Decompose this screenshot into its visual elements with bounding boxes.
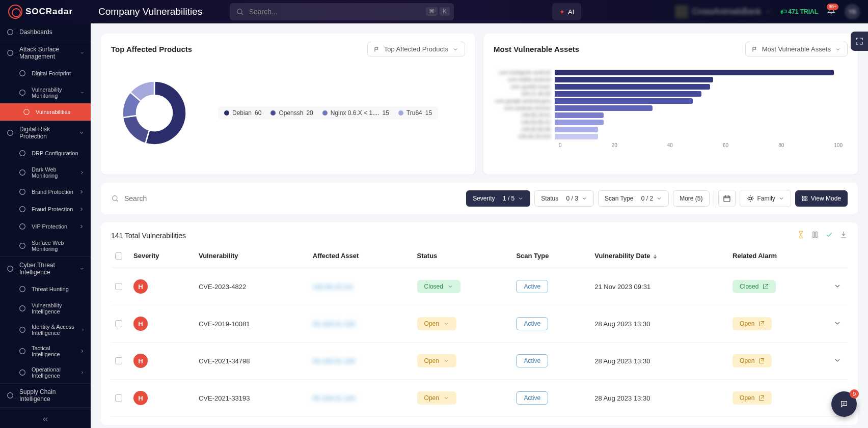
target-icon (6, 49, 14, 57)
sidebar-item-vulnerabilities[interactable]: Vulnerabilities (0, 103, 91, 121)
user-icon (18, 222, 26, 231)
row-checkbox[interactable] (115, 394, 122, 402)
sidebar-item-attack-surface-management[interactable]: Attack Surface Management (0, 41, 91, 65)
cve-cell[interactable]: CVE-2023-4822 (195, 268, 309, 305)
column-header[interactable]: Status (413, 244, 512, 268)
date-button[interactable] (718, 190, 736, 207)
column-header[interactable]: Affected Asset (309, 244, 413, 268)
alarm-pill[interactable]: Closed (733, 280, 776, 293)
asset-cell[interactable]: 05.100.01.100 (313, 357, 355, 365)
column-header[interactable]: Related Alarm (728, 244, 829, 268)
scantype-filter[interactable]: Scan Type 0 / 2 (598, 190, 669, 207)
expand-row-button[interactable] (833, 284, 842, 292)
status-pill[interactable]: Open (417, 317, 456, 330)
column-header[interactable]: Vulnerability (195, 244, 309, 268)
top-products-dropdown[interactable]: Top Affected Products (367, 42, 465, 56)
severity-filter[interactable]: Severity 1 / 5 (466, 190, 530, 207)
sidebar-item-vip-protection[interactable]: VIP Protection (0, 218, 91, 235)
sidebar-item-digital-risk-protection[interactable]: Digital Risk Protection (0, 121, 91, 145)
header-right: CrossAnimalsBank 🏷 471 TRIAL 99+ YB (675, 4, 860, 19)
donut-chart (116, 75, 193, 151)
column-header[interactable]: Vulnerability Date (590, 244, 728, 268)
ai-button[interactable]: ✦AI (552, 3, 581, 20)
sidebar-item-supply-chain-intelligence[interactable]: Supply Chain Intelligence (0, 383, 91, 407)
table-row: HCVE-2021-3479805.100.01.100Open Active2… (111, 343, 848, 380)
chevron-right-icon (79, 169, 85, 176)
sidebar-item-tactical-intelligence[interactable]: Tactical Intelligence (0, 340, 91, 362)
chevron-down-icon (79, 266, 85, 272)
pause-icon[interactable] (811, 231, 819, 241)
svg-point-13 (8, 266, 13, 272)
svg-point-17 (20, 349, 25, 354)
gear-icon (18, 149, 26, 157)
user-avatar[interactable]: YB (845, 4, 860, 19)
chevron-right-icon (81, 327, 85, 333)
sidebar-item-cyber-threat-intelligence[interactable]: Cyber Threat Intelligence (0, 256, 91, 280)
status-pill[interactable]: Open (417, 391, 456, 405)
asset-cell[interactable]: 05.100.01.100 (313, 320, 355, 328)
select-all-checkbox[interactable] (115, 252, 122, 260)
sidebar-item-identity-access-intelligence[interactable]: Identity & Access Intelligence (0, 319, 91, 340)
alarm-pill[interactable]: Open (733, 391, 772, 405)
row-checkbox[interactable] (115, 357, 122, 364)
svg-rect-27 (802, 199, 804, 201)
family-filter[interactable]: Family (740, 190, 791, 207)
column-header[interactable]: Scan Type (512, 244, 590, 268)
cve-cell[interactable]: CVE-2021-34798 (195, 343, 309, 380)
org-selector[interactable]: CrossAnimalsBank (675, 5, 771, 18)
download-icon[interactable] (839, 231, 848, 241)
external-link-icon (758, 395, 765, 401)
date-cell: 28 Aug 2023 13:30 (590, 380, 728, 417)
svg-point-9 (20, 189, 25, 195)
search-shortcut: ⌘ K (426, 7, 449, 16)
global-search-input[interactable] (230, 3, 454, 20)
pending-icon[interactable] (797, 231, 805, 241)
row-checkbox[interactable] (115, 320, 122, 327)
table-row: HCVE-2023-4822192.80.20.2mClosed Active2… (111, 268, 848, 305)
legend-item: Openssh 20 (270, 109, 313, 117)
status-pill[interactable]: Open (417, 354, 456, 367)
date-cell: 28 Aug 2023 13:30 (590, 343, 728, 380)
sidebar-item-operational-intelligence[interactable]: Operational Intelligence (0, 362, 91, 383)
sidebar-item-threat-hunting[interactable]: Threat Hunting (0, 280, 91, 298)
chevron-right-icon (78, 223, 85, 230)
status-filter[interactable]: Status 0 / 3 (534, 190, 594, 207)
sidebar-item-vulnerability-monitoring[interactable]: Vulnerability Monitoring (0, 82, 91, 103)
alarm-pill[interactable]: Open (733, 317, 772, 330)
svg-point-18 (20, 370, 25, 376)
sidebar-item-surface-web-monitoring[interactable]: Surface Web Monitoring (0, 235, 91, 256)
cve-cell[interactable]: CVE-2021-33193 (195, 380, 309, 417)
row-checkbox[interactable] (115, 283, 122, 290)
sidebar-item-dark-web-monitoring[interactable]: Dark Web Monitoring (0, 162, 91, 183)
column-header[interactable]: Severity (129, 244, 195, 268)
bug-icon (746, 194, 754, 203)
check-icon[interactable] (825, 231, 833, 241)
notifications-button[interactable]: 99+ (827, 7, 835, 17)
alarm-pill[interactable]: Open (733, 354, 772, 367)
chat-floating-button[interactable]: 9 (831, 391, 857, 417)
asset-cell[interactable]: 192.80.20.2m (313, 283, 354, 291)
card-title: Most Vulnerable Assets (494, 45, 579, 53)
svg-rect-30 (816, 232, 817, 238)
fullscreen-button[interactable] (851, 32, 868, 51)
view-mode-button[interactable]: View Mode (795, 190, 848, 207)
assets-dropdown[interactable]: Most Vulnerable Assets (745, 42, 848, 56)
table-search-input[interactable] (124, 194, 461, 203)
expand-row-button[interactable] (833, 358, 842, 366)
sidebar-collapse-button[interactable] (0, 410, 91, 428)
sidebar-item-vulnerability-intelligence[interactable]: Vulnerability Intelligence (0, 298, 91, 319)
expand-row-button[interactable] (833, 321, 842, 329)
sidebar-item-brand-protection[interactable]: Brand Protection (0, 183, 91, 201)
vulnerabilities-table: SeverityVulnerabilityAffected AssetStatu… (111, 244, 848, 417)
sidebar-item-fraud-protection[interactable]: Fraud Protection (0, 201, 91, 218)
sidebar-item-dashboards[interactable]: Dashboards (0, 23, 91, 41)
cve-cell[interactable]: CVE-2019-10081 (195, 305, 309, 343)
search-icon (236, 8, 244, 18)
filters-bar: Severity 1 / 5 Status 0 / 3 Scan Type 0 … (101, 183, 858, 214)
chevron-down-icon (443, 395, 449, 401)
status-pill[interactable]: Closed (417, 280, 460, 293)
sidebar-item-drp-configuration[interactable]: DRP Configuration (0, 145, 91, 162)
more-filters[interactable]: More (5) (673, 190, 709, 207)
sidebar-item-digital-footprint[interactable]: Digital Footprint (0, 65, 91, 82)
asset-cell[interactable]: 05.100.01.100 (313, 394, 355, 402)
